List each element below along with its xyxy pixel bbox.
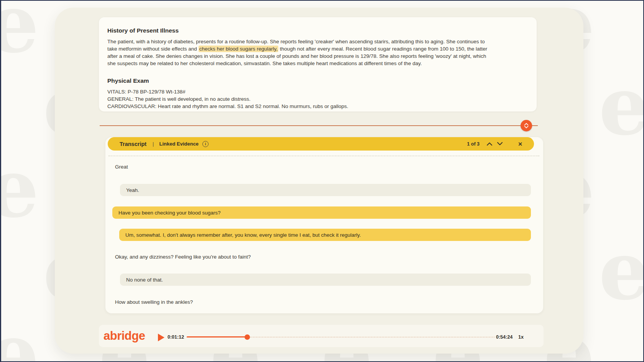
dotted-separator [108,156,539,156]
message-text: No none of that. [126,277,163,283]
tab-transcript[interactable]: Transcript [120,141,146,147]
total-time: 0:54:24 [496,334,513,340]
close-icon[interactable]: ✕ [516,140,524,148]
message-text: Yeah. [126,187,139,193]
transcript-row-patient[interactable]: Yeah. [120,184,531,196]
message-text: Have you been checking your blood sugars… [118,210,220,216]
pe-vitals-line: VITALS: P-78 BP-129/78 Wt-138# [107,88,528,95]
player-progress-track[interactable] [187,334,495,340]
abridge-logo: abridge [104,329,145,342]
message-text: Um, somewhat. I, don't always remember a… [125,232,361,238]
transcript-row-evidence-clinician[interactable]: Have you been checking your blood sugars… [112,206,531,219]
evidence-nav-button[interactable] [521,120,532,131]
play-button[interactable] [157,333,165,342]
transcript-header-bar: Transcript | Linked Evidence i 1 of 3 ✕ [108,137,534,151]
chevron-down-icon [497,142,503,146]
next-evidence-button[interactable] [496,140,504,148]
hpi-evidence-highlight[interactable]: checks her blood sugars regularly, [199,46,279,52]
pe-cardio-line: CARDIOVASCULAR: Heart rate and rhythm ar… [107,103,528,110]
progress-fill [187,336,247,337]
header-divider: | [153,141,154,147]
diamond-chevrons-icon [523,122,530,129]
linked-evidence-label: Linked Evidence [159,141,199,147]
playback-speed-button[interactable]: 1x [518,334,524,340]
physical-exam-heading: Physical Exam [107,77,528,84]
transcript-row-clinician[interactable]: Okay, and any dizziness? Feeling like yo… [115,254,251,260]
app-background: e e History of Present Illness The patie… [0,0,644,362]
chevron-up-icon [487,142,492,146]
hpi-paragraph: The patient, with a history of diabetes,… [107,38,491,67]
transcript-row-patient[interactable]: No none of that. [120,274,531,286]
play-icon [157,333,165,342]
info-icon[interactable]: i [202,141,209,147]
pe-pulmonary-line: PULMONARY: Clear to auscultation bilater… [107,110,528,111]
transcript-row-evidence-patient[interactable]: Um, somewhat. I, don't always remember a… [119,229,531,241]
current-time: 0:01:12 [168,334,184,340]
transcript-row-clinician[interactable]: How about swelling in the ankles? [115,299,193,305]
clinical-note-panel: History of Present Illness The patient, … [99,17,537,111]
hpi-heading: History of Present Illness [107,27,528,34]
evidence-divider-line [100,125,538,126]
prev-evidence-button[interactable] [486,140,493,148]
transcript-panel: Transcript | Linked Evidence i 1 of 3 ✕ … [105,137,543,313]
evidence-counter: 1 of 3 [467,141,480,147]
evidence-pager: 1 of 3 ✕ [467,140,524,148]
transcript-row-clinician[interactable]: Great [115,164,128,170]
progress-thumb[interactable] [245,334,250,340]
pe-general-line: GENERAL: The patient is well developed, … [107,95,528,103]
